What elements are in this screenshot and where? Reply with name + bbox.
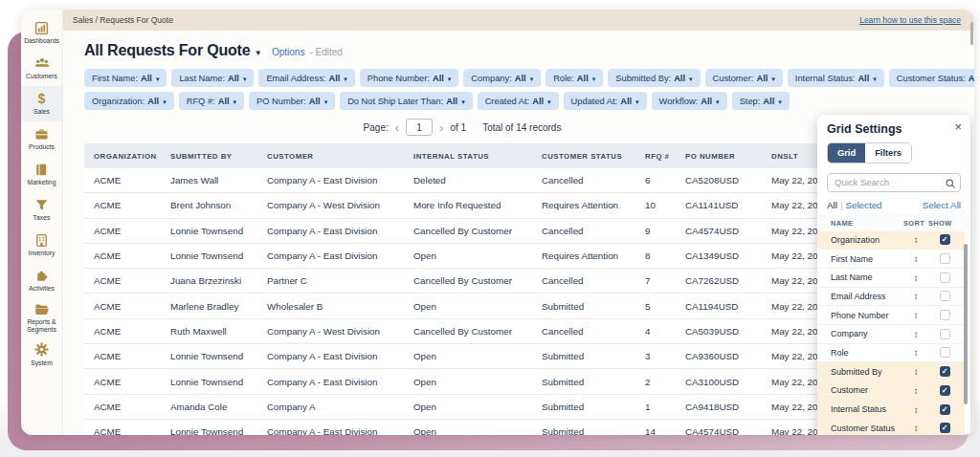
filter-chip[interactable]: Email Address: All (258, 69, 354, 87)
cell-submitted-by: Lonnie Townsend (170, 351, 267, 361)
sort-handle-icon[interactable] (903, 310, 928, 320)
table-row[interactable]: ACME Juana Brzezinski Partner C Cancelle… (84, 269, 840, 294)
sort-handle-icon[interactable] (903, 329, 928, 339)
filter-chip-label: Created At: (485, 97, 530, 106)
close-icon[interactable] (954, 120, 962, 134)
sort-handle-icon[interactable] (903, 291, 928, 301)
cell-po-number: CA1194USD (685, 301, 771, 312)
filter-chip-value: All (309, 97, 321, 106)
sidebar-item[interactable]: Activities (21, 263, 62, 298)
cell-customer-status: Cancelled (542, 326, 645, 337)
table-header-cell[interactable]: CUSTOMER STATUS (542, 152, 645, 161)
cell-organization: ACME (94, 326, 170, 337)
show-checkbox[interactable] (940, 347, 950, 358)
selected-filter-link[interactable]: Selected (845, 200, 881, 210)
table-header-cell[interactable]: CUSTOMER (267, 152, 413, 161)
filter-chip[interactable]: Role: All (546, 69, 603, 87)
filter-chip[interactable]: RFQ #: All (179, 92, 244, 110)
filter-chip[interactable]: Company: All (463, 69, 541, 87)
page-number-input[interactable] (406, 119, 433, 136)
filter-chip[interactable]: Submitted By: All (608, 69, 700, 87)
sort-handle-icon[interactable] (903, 404, 928, 415)
title-dropdown-caret-icon[interactable] (256, 42, 260, 59)
sidebar-item[interactable]: Products (21, 121, 62, 157)
show-checkbox[interactable] (940, 423, 950, 433)
table-row[interactable]: ACME Lonnie Townsend Company A - East Di… (84, 369, 840, 394)
table-row[interactable]: ACME Lonnie Townsend Company A - East Di… (84, 344, 840, 369)
cell-customer: Company A - West Division (267, 200, 413, 210)
all-filter-link[interactable]: All (827, 200, 837, 210)
field-row: Phone Number (817, 306, 965, 325)
table-row[interactable]: ACME Ruth Maxwell Company A - West Divis… (84, 319, 840, 344)
table-row[interactable]: ACME Lonnie Townsend Company A - East Di… (84, 420, 840, 435)
show-checkbox[interactable] (940, 329, 950, 339)
sidebar-item[interactable]: Customers (21, 51, 62, 86)
sidebar-item[interactable]: $ Sales (21, 86, 62, 121)
filter-chip[interactable]: Updated At: All (564, 92, 647, 110)
app-window: Dashboards Customers $ Sales Products (21, 10, 974, 435)
breadcrumb[interactable]: Sales / Requests For Quote (73, 15, 173, 25)
sort-handle-icon[interactable] (903, 253, 928, 264)
scrollbar-thumb[interactable] (964, 244, 968, 404)
filter-chip[interactable]: Do Not Ship Later Than: All (340, 92, 473, 110)
people-icon (34, 55, 50, 71)
tab-filters[interactable]: Filters (865, 143, 911, 163)
quick-search-input[interactable] (827, 173, 961, 192)
building-icon (34, 232, 49, 248)
sidebar-item[interactable]: Marketing (21, 157, 62, 192)
table-row[interactable]: ACME James Wall Company A - East Divisio… (84, 168, 840, 193)
table-header-cell[interactable]: RFQ # (645, 152, 685, 161)
sidebar-item[interactable]: Inventory (21, 228, 62, 263)
tab-grid[interactable]: Grid (828, 143, 865, 163)
sidebar-item[interactable]: Reports & Segments (21, 298, 62, 337)
field-name: Customer (831, 385, 903, 395)
show-checkbox[interactable] (940, 291, 950, 301)
next-page-chevron-icon[interactable]: › (439, 121, 443, 134)
table-row[interactable]: ACME Brent Johnson Company A - West Divi… (84, 193, 840, 218)
sort-handle-icon[interactable] (903, 272, 928, 283)
filter-chip[interactable]: Organization: All (84, 92, 174, 110)
table-header-cell[interactable]: SUBMITTED BY (170, 152, 267, 161)
show-checkbox[interactable] (940, 404, 950, 415)
field-row: Customer Status (817, 419, 965, 435)
filter-chip[interactable]: PO Number: All (249, 92, 335, 110)
filter-chip[interactable]: First Name: All (84, 69, 167, 87)
show-checkbox[interactable] (940, 385, 950, 396)
sort-handle-icon[interactable] (903, 347, 928, 358)
filter-chip[interactable]: Created At: All (478, 92, 559, 110)
filter-chip[interactable]: Phone Number: All (360, 69, 459, 87)
table-header-cell[interactable]: ORGANIZATION (94, 152, 170, 161)
window-scrollbar-thumb[interactable] (970, 22, 973, 45)
sort-handle-icon[interactable] (903, 366, 928, 377)
sidebar-item[interactable]: Taxes (21, 192, 62, 228)
options-link[interactable]: Options (272, 47, 304, 57)
show-checkbox[interactable] (940, 366, 950, 377)
table-row[interactable]: ACME Amanda Cole Company A Open Submitte… (84, 395, 840, 420)
sort-handle-icon[interactable] (903, 385, 928, 396)
table-row[interactable]: ACME Lonnie Townsend Company A - East Di… (84, 244, 840, 269)
cell-submitted-by: Lonnie Townsend (170, 226, 267, 236)
filter-chip[interactable]: Customer Status: All (889, 69, 974, 87)
sidebar-item[interactable]: Dashboards (21, 15, 62, 51)
previous-page-chevron-icon[interactable]: ‹ (395, 121, 399, 134)
help-link[interactable]: Learn how to use this space (859, 15, 961, 25)
cell-internal-status: Deleted (413, 175, 542, 185)
sidebar-item[interactable]: System (21, 337, 62, 372)
table-row[interactable]: ACME Lonnie Townsend Company A - East Di… (84, 219, 840, 244)
filter-chip[interactable]: Internal Status: All (788, 69, 884, 87)
show-checkbox[interactable] (940, 310, 950, 320)
filter-chip[interactable]: Workflow: All (652, 92, 727, 110)
filter-chip[interactable]: Customer: All (705, 69, 783, 87)
sort-handle-icon[interactable] (903, 423, 928, 433)
table-header-cell[interactable]: INTERNAL STATUS (413, 152, 542, 161)
edited-label: - Edited (309, 47, 342, 57)
select-all-link[interactable]: Select All (923, 200, 961, 210)
show-checkbox[interactable] (940, 272, 950, 283)
table-header-cell[interactable]: PO NUMBER (685, 152, 771, 161)
show-checkbox[interactable] (940, 234, 950, 245)
filter-chip[interactable]: Step: All (732, 92, 790, 110)
show-checkbox[interactable] (940, 253, 950, 264)
filter-chip[interactable]: Last Name: All (171, 69, 254, 87)
table-row[interactable]: ACME Marlene Bradley Wholesaler B Open S… (84, 294, 840, 318)
sort-handle-icon[interactable] (903, 234, 928, 245)
